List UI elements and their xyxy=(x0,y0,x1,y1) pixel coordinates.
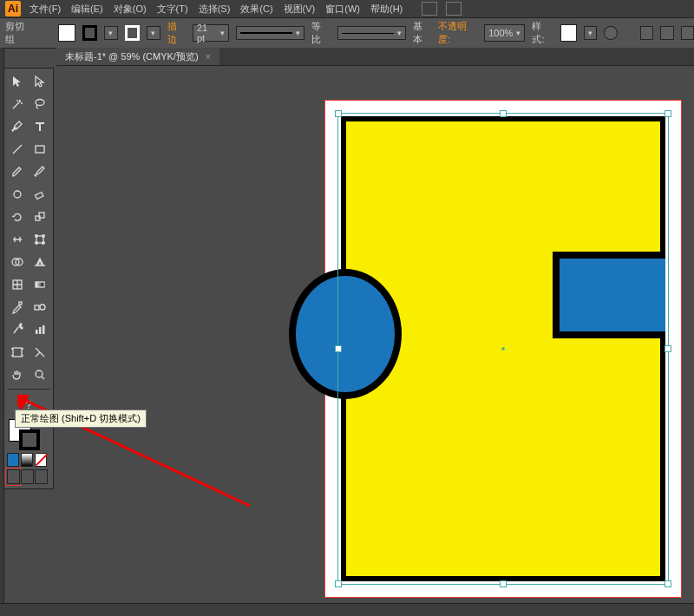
opacity-label[interactable]: 不透明度: xyxy=(438,20,477,46)
blob-brush-tool[interactable] xyxy=(7,184,28,205)
opacity-value: 100% xyxy=(488,28,513,38)
shape-builder-tool[interactable] xyxy=(7,252,28,272)
svg-point-10 xyxy=(36,242,38,245)
svg-rect-16 xyxy=(19,302,22,305)
scale-tool[interactable] xyxy=(29,206,50,227)
app-logo-icon: Ai xyxy=(5,1,21,16)
free-transform-tool[interactable] xyxy=(29,229,50,250)
eraser-tool[interactable] xyxy=(29,184,50,205)
symbol-sprayer-tool[interactable] xyxy=(7,319,28,340)
svg-point-20 xyxy=(21,327,23,329)
blend-tool[interactable] xyxy=(29,297,50,318)
handle-bot-right[interactable] xyxy=(665,580,671,587)
stroke-label[interactable]: 描边 xyxy=(167,20,186,46)
artboard[interactable] xyxy=(325,101,681,597)
color-mode-row xyxy=(7,453,49,467)
menu-view[interactable]: 视图(V) xyxy=(284,3,316,16)
stroke-weight-value: 21 pt xyxy=(197,23,217,43)
variable-width-profile[interactable] xyxy=(236,26,304,40)
eyedropper-tool[interactable] xyxy=(7,297,28,318)
line-tool[interactable] xyxy=(7,139,28,160)
status-bar xyxy=(0,603,694,616)
solid-color-icon[interactable] xyxy=(7,453,19,467)
svg-point-9 xyxy=(43,235,45,238)
canvas-viewport[interactable] xyxy=(56,66,694,604)
menu-effect[interactable]: 效果(C) xyxy=(240,3,272,16)
gradient-tool[interactable] xyxy=(29,274,50,295)
document-tab[interactable]: 未标题-1* @ 59% (CMYK/预览) × xyxy=(56,48,219,65)
tool-separator xyxy=(7,389,50,390)
svg-point-18 xyxy=(40,305,45,310)
fill-swatch[interactable] xyxy=(58,24,75,42)
slice-tool[interactable] xyxy=(29,342,50,363)
opacity-field[interactable]: 100% xyxy=(484,24,525,42)
svg-rect-15 xyxy=(36,282,44,287)
basic-label: 基本 xyxy=(413,20,431,46)
stroke-box-icon[interactable] xyxy=(19,429,40,450)
paintbrush-tool[interactable] xyxy=(7,161,28,182)
svg-rect-4 xyxy=(36,192,43,199)
stroke-weight-field[interactable]: 21 pt xyxy=(193,24,229,42)
handle-mid-right[interactable] xyxy=(665,345,671,352)
mesh-tool[interactable] xyxy=(7,274,28,295)
blue-semicircle-shape[interactable] xyxy=(289,269,402,399)
pencil-tool[interactable] xyxy=(29,161,50,182)
menu-help[interactable]: 帮助(H) xyxy=(370,3,403,16)
selection-type-label: 剪切组 xyxy=(5,20,33,46)
handle-bot-mid[interactable] xyxy=(500,580,507,587)
rotate-tool[interactable] xyxy=(7,206,28,227)
artboard-tool[interactable] xyxy=(7,342,28,363)
graphic-style-swatch[interactable] xyxy=(560,24,577,42)
blue-rectangle-shape[interactable] xyxy=(553,252,665,338)
control-bar: 剪切组 描边 21 pt 等比 基本 不透明度: 100% 样式: xyxy=(0,17,694,49)
recolor-icon[interactable] xyxy=(604,26,618,40)
svg-point-8 xyxy=(36,235,38,238)
hand-tool[interactable] xyxy=(7,364,28,385)
draw-normal-button[interactable] xyxy=(7,469,20,484)
workspace-switcher-icon[interactable] xyxy=(446,2,462,16)
menu-edit[interactable]: 编辑(E) xyxy=(71,3,103,16)
brush-definition[interactable] xyxy=(337,26,406,40)
perspective-grid-tool[interactable] xyxy=(29,252,50,272)
uniform-label: 等比 xyxy=(311,20,330,46)
direct-selection-tool[interactable] xyxy=(29,71,50,92)
draw-behind-button[interactable] xyxy=(21,469,34,484)
yellow-rectangle-shape[interactable] xyxy=(341,116,665,581)
align-icon-2[interactable] xyxy=(660,26,674,40)
svg-point-0 xyxy=(36,100,44,106)
svg-point-11 xyxy=(43,242,45,245)
menu-object[interactable]: 对象(O) xyxy=(114,3,147,16)
menu-type[interactable]: 文字(T) xyxy=(157,3,188,16)
menu-window[interactable]: 窗口(W) xyxy=(325,3,360,16)
align-icon-3[interactable] xyxy=(681,26,694,40)
handle-top-right[interactable] xyxy=(665,110,671,117)
gradient-color-icon[interactable] xyxy=(21,453,33,467)
handle-bot-left[interactable] xyxy=(335,580,342,587)
rectangle-tool[interactable] xyxy=(29,139,50,160)
lasso-tool[interactable] xyxy=(29,94,50,115)
none-color-icon[interactable] xyxy=(35,453,47,467)
selection-tool[interactable] xyxy=(7,71,28,92)
menu-select[interactable]: 选择(S) xyxy=(199,3,231,16)
menu-file[interactable]: 文件(F) xyxy=(29,3,61,16)
stroke-color-swatch[interactable] xyxy=(125,25,141,41)
fill-options-dropdown[interactable] xyxy=(104,26,118,40)
stroke-swatch[interactable] xyxy=(82,25,98,41)
stroke-options-dropdown[interactable] xyxy=(147,26,160,40)
width-tool[interactable] xyxy=(7,229,28,250)
svg-rect-2 xyxy=(36,146,44,153)
svg-point-21 xyxy=(20,324,22,325)
draw-inside-button[interactable] xyxy=(35,469,48,484)
layout-toggle-icon[interactable] xyxy=(422,2,437,16)
document-tab-row: 未标题-1* @ 59% (CMYK/预览) × xyxy=(56,48,694,66)
align-icon-1[interactable] xyxy=(640,26,654,40)
pen-tool[interactable] xyxy=(7,116,28,137)
menu-bar: Ai 文件(F) 编辑(E) 对象(O) 文字(T) 选择(S) 效果(C) 视… xyxy=(0,0,694,17)
column-graph-tool[interactable] xyxy=(29,319,50,340)
svg-rect-17 xyxy=(35,305,39,310)
magic-wand-tool[interactable] xyxy=(7,94,28,115)
close-tab-icon[interactable]: × xyxy=(206,51,211,62)
graphic-style-dropdown[interactable] xyxy=(584,26,598,40)
zoom-tool[interactable] xyxy=(29,364,50,385)
type-tool[interactable] xyxy=(29,116,50,137)
